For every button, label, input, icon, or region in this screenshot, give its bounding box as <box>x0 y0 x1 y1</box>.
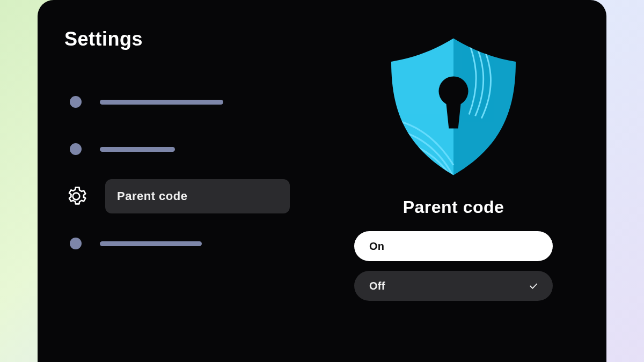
toggle-options: On Off <box>354 231 553 301</box>
option-label: Off <box>369 280 385 292</box>
option-on[interactable]: On <box>354 231 553 261</box>
menu-item-placeholder-1[interactable] <box>70 88 311 116</box>
menu-item-placeholder-3[interactable] <box>70 230 311 257</box>
detail-pane: Parent code On Off <box>327 26 580 362</box>
settings-sidebar: Settings Par <box>64 26 311 362</box>
menu-item-placeholder-2[interactable] <box>70 135 311 163</box>
menu-item-label: Parent code <box>105 179 290 213</box>
settings-menu: Parent code <box>64 88 311 257</box>
placeholder-bar <box>100 100 223 105</box>
option-off[interactable]: Off <box>354 271 553 301</box>
app-background: Settings Par <box>0 0 644 362</box>
placeholder-bar <box>100 147 175 152</box>
page-title: Settings <box>64 28 311 50</box>
settings-panel: Settings Par <box>38 0 606 362</box>
detail-title: Parent code <box>403 197 504 217</box>
dot-icon <box>70 238 82 249</box>
option-label: On <box>369 240 384 253</box>
dot-icon <box>70 143 82 155</box>
placeholder-bar <box>100 241 202 246</box>
menu-item-parent-code[interactable]: Parent code <box>70 182 311 210</box>
shield-lock-icon <box>376 29 531 184</box>
check-icon <box>528 280 539 291</box>
gear-icon <box>65 186 87 207</box>
dot-icon <box>70 96 82 108</box>
